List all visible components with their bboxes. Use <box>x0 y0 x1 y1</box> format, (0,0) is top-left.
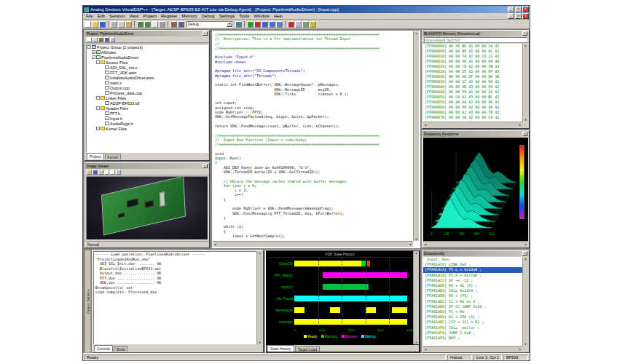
project-options-icon[interactable] <box>110 37 115 42</box>
tab-project[interactable]: Project <box>87 153 104 159</box>
plot-window-icon[interactable] <box>310 21 316 28</box>
tree-item[interactable]: ADSP-BF533.ldf <box>87 100 208 106</box>
tab-state-history[interactable]: State History <box>267 345 294 352</box>
vertical-scrollbar[interactable] <box>522 257 528 346</box>
tree-item[interactable]: Output.cpp <box>87 85 208 90</box>
tree-item[interactable]: main.c <box>87 80 208 85</box>
open-image-icon[interactable] <box>87 170 92 175</box>
image-viewer-titlebar[interactable]: Image Viewer × <box>85 163 209 169</box>
memory-window-icon[interactable] <box>302 21 309 28</box>
find-icon[interactable] <box>152 21 158 28</box>
window-maximize-button[interactable]: □ <box>515 7 522 12</box>
step-over-icon[interactable] <box>262 21 268 28</box>
tree-expander[interactable]: - <box>96 96 100 100</box>
project-window-titlebar[interactable]: Project: PipelinedAudioDriver × <box>85 31 209 36</box>
vertical-scrollbar[interactable] <box>256 251 262 344</box>
horizontal-scrollbar[interactable] <box>423 122 522 127</box>
copy-image-icon[interactable] <box>98 170 103 175</box>
mdi-close-button[interactable]: × <box>522 13 529 19</box>
console-output[interactable]: ------ Load operation: PipelinedAudioDri… <box>93 251 256 344</box>
build-project-icon[interactable] <box>98 37 103 42</box>
step-into-icon[interactable] <box>269 21 275 28</box>
menu-session[interactable]: Session <box>107 14 127 18</box>
project-close-button[interactable]: × <box>203 31 208 36</box>
tree-expander[interactable]: - <box>96 106 100 110</box>
disassembly-rows[interactable]: _Input__Run:[FFA014C0] LINK 0x0 ;[FFA014… <box>423 257 522 346</box>
menu-file[interactable]: File <box>84 14 95 18</box>
tree-item[interactable]: -PipelinedAudioDriver <box>87 55 208 60</box>
frequency-response-close-button[interactable]: × <box>522 132 527 136</box>
watch-window-icon[interactable] <box>295 21 302 28</box>
step-out-icon[interactable] <box>276 21 283 28</box>
tab-kernel[interactable]: Kernel <box>105 154 121 159</box>
tree-expander[interactable]: + <box>92 50 95 54</box>
save-image-icon[interactable] <box>93 170 98 175</box>
code-area[interactable]: //======================================… <box>213 31 413 241</box>
disassembly-titlebar[interactable]: Disassembly × <box>423 250 529 256</box>
mdi-minimize-button[interactable]: _ <box>508 13 514 19</box>
tree-expander[interactable]: - <box>87 45 91 49</box>
tree-item[interactable]: -Linker Files <box>87 95 208 100</box>
horizontal-scrollbar[interactable] <box>423 241 528 247</box>
memory-rows[interactable]: [FF900800] 00 00 B6 41 00 00 34 42[FF900… <box>423 44 522 122</box>
reset-zoom-icon[interactable] <box>116 170 121 175</box>
tab-target-load[interactable]: Target Load <box>295 346 320 352</box>
disassembly-row[interactable]: [FFA014C4] P5.L = 0x14a8 ; <box>423 267 522 272</box>
tree-item[interactable]: +Kernel Files <box>87 126 208 131</box>
window-close-button[interactable]: × <box>522 7 529 12</box>
horizontal-scrollbar[interactable] <box>423 346 522 352</box>
frequency-response-titlebar[interactable]: Frequency Response × <box>423 131 529 137</box>
undo-icon[interactable] <box>137 21 144 28</box>
horizontal-scrollbar[interactable] <box>213 241 413 247</box>
cut-icon[interactable] <box>111 21 117 28</box>
build-icon[interactable] <box>170 21 177 28</box>
mdi-maximize-button[interactable]: □ <box>515 13 522 19</box>
menu-project[interactable]: Project <box>141 14 159 18</box>
copy-icon[interactable] <box>118 21 125 28</box>
zoom-out-icon[interactable] <box>110 170 115 175</box>
tree-item[interactable]: +AllVideo <box>87 50 208 55</box>
image-viewer-close-button[interactable]: × <box>203 164 208 168</box>
toggle-breakpoint-icon[interactable] <box>288 21 294 28</box>
menu-view[interactable]: View <box>127 14 141 18</box>
rebuild-icon[interactable] <box>178 21 184 28</box>
open-file-icon[interactable] <box>92 21 98 28</box>
rebuild-all-icon[interactable] <box>104 37 109 42</box>
tree-item[interactable]: -Header Files <box>87 106 208 111</box>
redo-icon[interactable] <box>144 21 151 28</box>
memory-close-button[interactable]: × <box>522 31 527 36</box>
tree-item[interactable]: FFT.h <box>87 111 208 116</box>
chevron-down-icon[interactable]: ▼ <box>227 22 232 27</box>
new-file-icon[interactable] <box>85 21 91 28</box>
tree-expander[interactable]: - <box>96 60 100 64</box>
tree-item[interactable]: AudioRegs.h <box>87 121 208 126</box>
title-bar[interactable]: Analog Devices VisualDSP++ - [Target: AD… <box>83 6 530 13</box>
menu-memory[interactable]: Memory <box>179 14 200 18</box>
tree-item[interactable]: Input.h <box>87 116 208 121</box>
disassembly-close-button[interactable]: × <box>522 251 527 256</box>
tree-item[interactable]: FFT_VDK.asm <box>87 70 208 75</box>
configuration-combo[interactable]: Debug▼ <box>186 21 233 28</box>
save-icon[interactable] <box>99 21 106 28</box>
vertical-scrollbar[interactable] <box>413 251 419 344</box>
tree-item[interactable]: Process_data.cpp <box>87 90 208 95</box>
load-program-icon[interactable] <box>235 21 242 28</box>
tree-expander[interactable]: - <box>92 55 95 59</box>
zoom-in-icon[interactable] <box>104 170 109 175</box>
vertical-scrollbar[interactable] <box>522 44 528 122</box>
tree-item[interactable]: ADI_SSL_Init.c <box>87 65 208 70</box>
tree-item[interactable]: -Source Files <box>87 60 208 65</box>
memory-window-titlebar[interactable]: BLACKFIN Memory [Hexadecimal] × <box>423 31 529 36</box>
remove-file-icon[interactable] <box>93 37 98 42</box>
tab-build[interactable]: Build <box>114 346 127 352</box>
menu-help[interactable]: Help <box>272 14 285 18</box>
tab-console[interactable]: Console <box>94 345 113 352</box>
tree-expander[interactable]: + <box>96 127 100 130</box>
add-file-icon[interactable] <box>87 37 92 42</box>
menu-register[interactable]: Register <box>159 14 179 18</box>
memory-address-input[interactable]: processed_buffer <box>424 37 527 42</box>
tree-item[interactable]: -Project Group (2 projects) <box>87 44 208 50</box>
halt-icon[interactable] <box>254 21 261 28</box>
run-icon[interactable] <box>247 21 254 28</box>
tree-item[interactable]: InitializeAudioDriver.asm <box>87 75 208 80</box>
